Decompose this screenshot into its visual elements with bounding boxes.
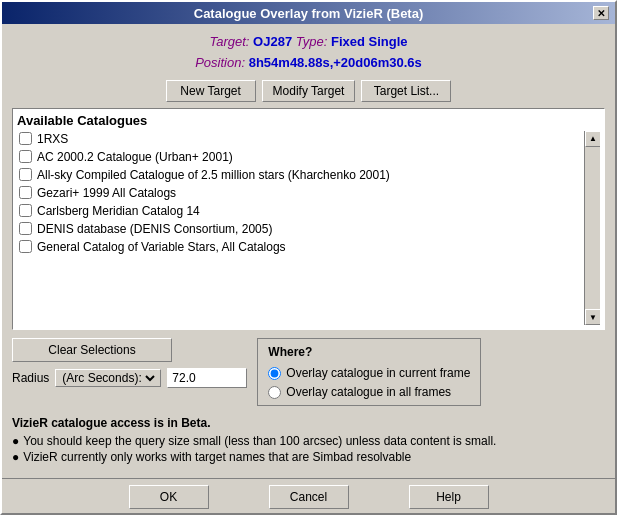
catalogue-label-gcvs: General Catalog of Variable Stars, All C… [37,240,286,254]
catalogue-list-wrap: 1RXSAC 2000.2 Catalogue (Urban+ 2001)All… [17,131,600,325]
ok-button[interactable]: OK [129,485,209,509]
catalogue-item-allsky[interactable]: All-sky Compiled Catalogue of 2.5 millio… [17,167,584,183]
scroll-track[interactable] [585,147,600,309]
beta-title: VizieR catalogue access is in Beta. [12,416,211,430]
beta-bullet-2: ● VizieR currently only works with targe… [12,450,605,464]
radius-unit-select-wrap[interactable]: (Arc Seconds): (Arc Minutes): (Degrees): [55,369,161,387]
target-type: Fixed Single [331,34,408,49]
catalogue-checkbox-gezari[interactable] [19,186,32,199]
bullet-icon-2: ● [12,450,19,464]
cancel-button[interactable]: Cancel [269,485,349,509]
position-line: Position: 8h54m48.88s,+20d06m30.6s [12,53,605,74]
catalogue-checkbox-gcvs[interactable] [19,240,32,253]
beta-section: VizieR catalogue access is in Beta. ● Yo… [12,416,605,464]
radio-row-2: Overlay catalogue in all frames [268,385,470,399]
modify-target-button[interactable]: Modify Target [262,80,356,102]
close-button[interactable]: ✕ [593,6,609,20]
catalogues-section: Available Catalogues 1RXSAC 2000.2 Catal… [12,108,605,330]
bottom-controls: Clear Selections Radius (Arc Seconds): (… [12,338,605,406]
new-target-button[interactable]: New Target [166,80,256,102]
radius-input[interactable] [167,368,247,388]
where-radio-2[interactable] [268,386,281,399]
radius-label: Radius [12,371,49,385]
beta-bullet-1: ● You should keep the query size small (… [12,434,605,448]
catalogue-checkbox-carlsberg[interactable] [19,204,32,217]
where-option-1-label: Overlay catalogue in current frame [286,366,470,380]
catalogue-item-denis[interactable]: DENIS database (DENIS Consortium, 2005) [17,221,584,237]
catalogue-checkbox-allsky[interactable] [19,168,32,181]
catalogue-label-ac2000: AC 2000.2 Catalogue (Urban+ 2001) [37,150,233,164]
catalogue-label-carlsberg: Carlsberg Meridian Catalog 14 [37,204,200,218]
radius-unit-select[interactable]: (Arc Seconds): (Arc Minutes): (Degrees): [58,370,158,386]
catalogue-checkbox-1rxs[interactable] [19,132,32,145]
catalogues-label: Available Catalogues [17,113,600,128]
position-value: 8h54m48.88s,+20d06m30.6s [249,55,422,70]
main-window: Catalogue Overlay from VizieR (Beta) ✕ T… [0,0,617,515]
clear-selections-button[interactable]: Clear Selections [12,338,172,362]
catalogue-label-gezari: Gezari+ 1999 All Catalogs [37,186,176,200]
target-label: Target: [209,34,249,49]
help-button[interactable]: Help [409,485,489,509]
where-option-2-label: Overlay catalogue in all frames [286,385,451,399]
window-title: Catalogue Overlay from VizieR (Beta) [24,6,593,21]
scrollbar[interactable]: ▲ ▼ [584,131,600,325]
catalogue-item-carlsberg[interactable]: Carlsberg Meridian Catalog 14 [17,203,584,219]
title-bar: Catalogue Overlay from VizieR (Beta) ✕ [2,2,615,24]
bullet-icon-1: ● [12,434,19,448]
beta-bullet-2-text: VizieR currently only works with target … [23,450,411,464]
target-line1: Target: OJ287 Type: Fixed Single [12,32,605,53]
where-group: Where? Overlay catalogue in current fram… [257,338,481,406]
beta-bullet-1-text: You should keep the query size small (le… [23,434,496,448]
position-label: Position: [195,55,245,70]
footer-buttons: OK Cancel Help [2,478,615,513]
catalogue-item-1rxs[interactable]: 1RXS [17,131,584,147]
scroll-down-button[interactable]: ▼ [585,309,600,325]
scroll-up-button[interactable]: ▲ [585,131,600,147]
catalogue-item-gezari[interactable]: Gezari+ 1999 All Catalogs [17,185,584,201]
catalogue-checkbox-ac2000[interactable] [19,150,32,163]
target-name: OJ287 [253,34,292,49]
catalogue-item-ac2000[interactable]: AC 2000.2 Catalogue (Urban+ 2001) [17,149,584,165]
catalogue-label-denis: DENIS database (DENIS Consortium, 2005) [37,222,272,236]
beta-bullets: ● You should keep the query size small (… [12,434,605,464]
left-controls: Clear Selections Radius (Arc Seconds): (… [12,338,247,388]
where-radio-1[interactable] [268,367,281,380]
catalogue-label-allsky: All-sky Compiled Catalogue of 2.5 millio… [37,168,390,182]
target-list-button[interactable]: Target List... [361,80,451,102]
catalogue-item-gcvs[interactable]: General Catalog of Variable Stars, All C… [17,239,584,255]
catalogue-checkbox-denis[interactable] [19,222,32,235]
toolbar: New Target Modify Target Target List... [12,80,605,102]
catalogue-label-1rxs: 1RXS [37,132,68,146]
target-info: Target: OJ287 Type: Fixed Single Positio… [12,32,605,74]
radio-row-1: Overlay catalogue in current frame [268,366,470,380]
radius-row: Radius (Arc Seconds): (Arc Minutes): (De… [12,368,247,388]
catalogue-list: 1RXSAC 2000.2 Catalogue (Urban+ 2001)All… [17,131,584,325]
type-label: Type: [296,34,328,49]
where-title: Where? [268,345,470,359]
window-content: Target: OJ287 Type: Fixed Single Positio… [2,24,615,472]
